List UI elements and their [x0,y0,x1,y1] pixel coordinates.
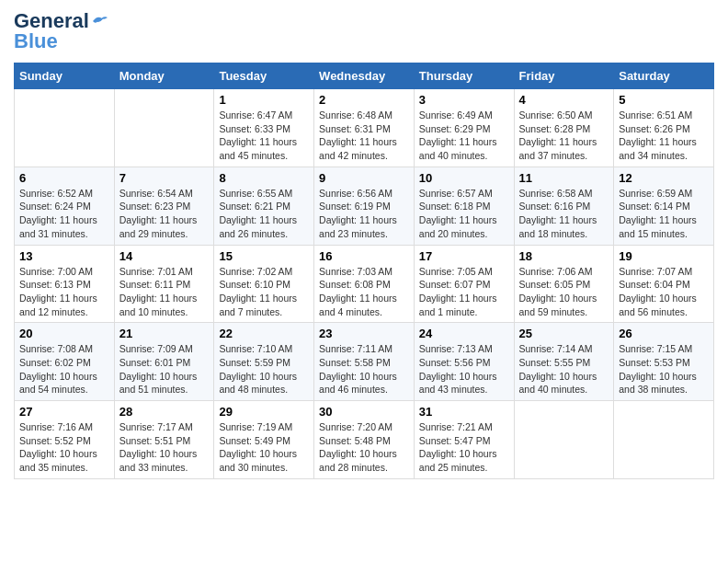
day-content: Sunrise: 6:50 AM Sunset: 6:28 PM Dayligh… [519,109,609,163]
day-content: Sunrise: 7:07 AM Sunset: 6:04 PM Dayligh… [619,265,709,319]
calendar-cell: 29Sunrise: 7:19 AM Sunset: 5:49 PM Dayli… [214,401,314,479]
calendar-cell [614,401,714,479]
calendar-cell: 31Sunrise: 7:21 AM Sunset: 5:47 PM Dayli… [414,401,514,479]
weekday-header-wednesday: Wednesday [314,63,415,89]
day-content: Sunrise: 7:00 AM Sunset: 6:13 PM Dayligh… [19,265,109,319]
day-number: 13 [19,249,109,263]
day-content: Sunrise: 6:56 AM Sunset: 6:19 PM Dayligh… [319,187,409,241]
calendar-cell: 20Sunrise: 7:08 AM Sunset: 6:02 PM Dayli… [15,323,115,401]
day-content: Sunrise: 7:02 AM Sunset: 6:10 PM Dayligh… [219,265,309,319]
logo-blue: Blue [14,29,58,53]
day-number: 24 [419,327,509,340]
day-number: 3 [419,93,509,107]
header: General Blue [14,9,714,53]
calendar-cell: 30Sunrise: 7:20 AM Sunset: 5:48 PM Dayli… [314,401,415,479]
day-content: Sunrise: 7:06 AM Sunset: 6:05 PM Dayligh… [519,265,609,319]
calendar-cell: 21Sunrise: 7:09 AM Sunset: 6:01 PM Dayli… [114,323,214,401]
day-number: 21 [119,327,210,340]
day-content: Sunrise: 6:58 AM Sunset: 6:16 PM Dayligh… [519,187,609,241]
day-content: Sunrise: 7:10 AM Sunset: 5:59 PM Dayligh… [219,342,309,396]
calendar-week-row: 20Sunrise: 7:08 AM Sunset: 6:02 PM Dayli… [15,323,714,401]
day-number: 14 [119,249,210,263]
day-number: 9 [319,171,409,185]
day-number: 7 [119,171,210,185]
calendar-cell [514,401,614,479]
day-content: Sunrise: 7:14 AM Sunset: 5:55 PM Dayligh… [519,342,609,396]
day-number: 20 [19,327,109,340]
calendar-cell [15,89,115,167]
calendar-cell: 9Sunrise: 6:56 AM Sunset: 6:19 PM Daylig… [314,167,415,245]
calendar-cell: 25Sunrise: 7:14 AM Sunset: 5:55 PM Dayli… [514,323,614,401]
day-number: 6 [19,171,109,185]
day-number: 17 [419,249,509,263]
calendar-cell: 8Sunrise: 6:55 AM Sunset: 6:21 PM Daylig… [214,167,314,245]
calendar-cell [114,89,214,167]
day-content: Sunrise: 6:47 AM Sunset: 6:33 PM Dayligh… [219,109,309,163]
day-content: Sunrise: 7:17 AM Sunset: 5:51 PM Dayligh… [119,420,210,475]
calendar-cell: 14Sunrise: 7:01 AM Sunset: 6:11 PM Dayli… [114,245,214,323]
day-number: 25 [519,327,609,340]
day-number: 5 [619,93,709,107]
day-content: Sunrise: 7:19 AM Sunset: 5:49 PM Dayligh… [219,420,309,475]
day-content: Sunrise: 6:49 AM Sunset: 6:29 PM Dayligh… [419,109,509,163]
day-number: 10 [419,171,509,185]
day-content: Sunrise: 6:48 AM Sunset: 6:31 PM Dayligh… [319,109,409,163]
calendar-cell: 12Sunrise: 6:59 AM Sunset: 6:14 PM Dayli… [614,167,714,245]
day-content: Sunrise: 6:52 AM Sunset: 6:24 PM Dayligh… [19,187,109,241]
weekday-header-row: SundayMondayTuesdayWednesdayThursdayFrid… [15,63,714,89]
logo: General Blue [14,9,109,53]
day-number: 30 [319,405,409,419]
day-number: 18 [519,249,609,263]
day-content: Sunrise: 7:21 AM Sunset: 5:47 PM Dayligh… [419,420,509,475]
calendar-cell: 5Sunrise: 6:51 AM Sunset: 6:26 PM Daylig… [614,89,714,167]
calendar-cell: 4Sunrise: 6:50 AM Sunset: 6:28 PM Daylig… [514,89,614,167]
calendar-cell: 11Sunrise: 6:58 AM Sunset: 6:16 PM Dayli… [514,167,614,245]
day-content: Sunrise: 7:01 AM Sunset: 6:11 PM Dayligh… [119,265,210,319]
day-number: 8 [219,171,309,185]
calendar-cell: 10Sunrise: 6:57 AM Sunset: 6:18 PM Dayli… [414,167,514,245]
day-number: 22 [219,327,309,340]
calendar-cell: 16Sunrise: 7:03 AM Sunset: 6:08 PM Dayli… [314,245,415,323]
day-number: 31 [419,405,509,419]
day-number: 26 [619,327,709,340]
weekday-header-saturday: Saturday [614,63,714,89]
logo-bird-icon [91,14,109,29]
calendar-cell: 7Sunrise: 6:54 AM Sunset: 6:23 PM Daylig… [114,167,214,245]
day-content: Sunrise: 7:05 AM Sunset: 6:07 PM Dayligh… [419,265,509,319]
day-content: Sunrise: 7:08 AM Sunset: 6:02 PM Dayligh… [19,342,109,396]
calendar-week-row: 13Sunrise: 7:00 AM Sunset: 6:13 PM Dayli… [15,245,714,323]
day-content: Sunrise: 6:51 AM Sunset: 6:26 PM Dayligh… [619,109,709,163]
weekday-header-monday: Monday [114,63,214,89]
weekday-header-sunday: Sunday [15,63,115,89]
day-content: Sunrise: 6:54 AM Sunset: 6:23 PM Dayligh… [119,187,210,241]
day-number: 11 [519,171,609,185]
calendar-cell: 18Sunrise: 7:06 AM Sunset: 6:05 PM Dayli… [514,245,614,323]
day-number: 23 [319,327,409,340]
day-content: Sunrise: 6:57 AM Sunset: 6:18 PM Dayligh… [419,187,509,241]
day-number: 28 [119,405,210,419]
weekday-header-tuesday: Tuesday [214,63,314,89]
calendar-table: SundayMondayTuesdayWednesdayThursdayFrid… [14,63,714,479]
day-number: 27 [19,405,109,419]
calendar-cell: 26Sunrise: 7:15 AM Sunset: 5:53 PM Dayli… [614,323,714,401]
day-content: Sunrise: 7:13 AM Sunset: 5:56 PM Dayligh… [419,342,509,396]
day-number: 29 [219,405,309,419]
calendar-cell: 24Sunrise: 7:13 AM Sunset: 5:56 PM Dayli… [414,323,514,401]
calendar-week-row: 27Sunrise: 7:16 AM Sunset: 5:52 PM Dayli… [15,401,714,479]
day-content: Sunrise: 7:15 AM Sunset: 5:53 PM Dayligh… [619,342,709,396]
day-content: Sunrise: 7:09 AM Sunset: 6:01 PM Dayligh… [119,342,210,396]
calendar-cell: 3Sunrise: 6:49 AM Sunset: 6:29 PM Daylig… [414,89,514,167]
calendar-cell: 22Sunrise: 7:10 AM Sunset: 5:59 PM Dayli… [214,323,314,401]
weekday-header-thursday: Thursday [414,63,514,89]
day-content: Sunrise: 6:59 AM Sunset: 6:14 PM Dayligh… [619,187,709,241]
calendar-cell: 13Sunrise: 7:00 AM Sunset: 6:13 PM Dayli… [15,245,115,323]
calendar-week-row: 1Sunrise: 6:47 AM Sunset: 6:33 PM Daylig… [15,89,714,167]
day-number: 1 [219,93,309,107]
calendar-cell: 15Sunrise: 7:02 AM Sunset: 6:10 PM Dayli… [214,245,314,323]
day-number: 4 [519,93,609,107]
calendar-cell: 19Sunrise: 7:07 AM Sunset: 6:04 PM Dayli… [614,245,714,323]
calendar-cell: 1Sunrise: 6:47 AM Sunset: 6:33 PM Daylig… [214,89,314,167]
calendar-week-row: 6Sunrise: 6:52 AM Sunset: 6:24 PM Daylig… [15,167,714,245]
day-content: Sunrise: 7:03 AM Sunset: 6:08 PM Dayligh… [319,265,409,319]
calendar-cell: 27Sunrise: 7:16 AM Sunset: 5:52 PM Dayli… [15,401,115,479]
